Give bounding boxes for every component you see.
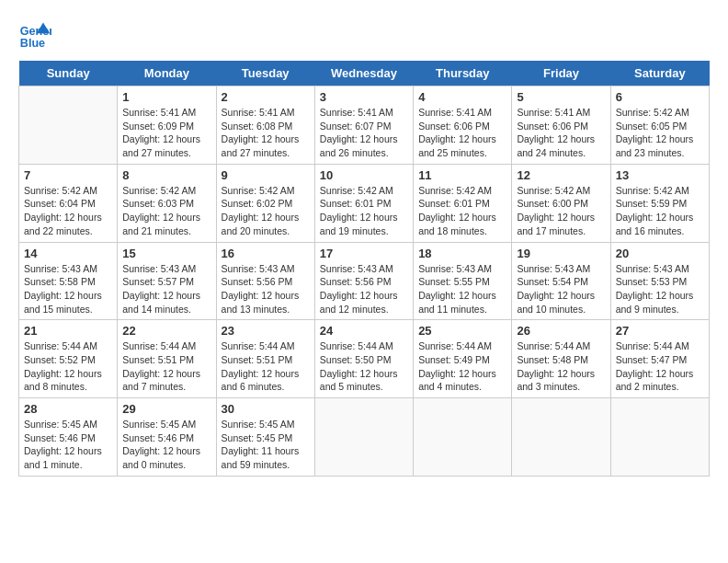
calendar-cell: 21Sunrise: 5:44 AM Sunset: 5:52 PM Dayli… [19, 320, 118, 398]
date-number: 7 [24, 168, 112, 182]
calendar-cell: 16Sunrise: 5:43 AM Sunset: 5:56 PM Dayli… [216, 242, 314, 320]
cell-info: Sunrise: 5:43 AM Sunset: 5:55 PM Dayligh… [418, 262, 506, 316]
cell-info: Sunrise: 5:45 AM Sunset: 5:45 PM Dayligh… [222, 418, 310, 472]
date-number: 2 [222, 90, 310, 104]
date-number: 12 [517, 168, 605, 182]
calendar-cell: 11Sunrise: 5:42 AM Sunset: 6:01 PM Dayli… [414, 164, 512, 242]
cell-info: Sunrise: 5:41 AM Sunset: 6:06 PM Dayligh… [517, 106, 605, 160]
cell-info: Sunrise: 5:41 AM Sunset: 6:07 PM Dayligh… [320, 106, 408, 160]
cell-info: Sunrise: 5:42 AM Sunset: 6:05 PM Dayligh… [616, 106, 704, 160]
cell-info: Sunrise: 5:44 AM Sunset: 5:51 PM Dayligh… [222, 339, 310, 394]
calendar-cell: 3Sunrise: 5:41 AM Sunset: 6:07 PM Daylig… [314, 86, 413, 165]
date-number: 4 [418, 90, 506, 104]
date-number: 5 [517, 90, 605, 104]
week-row-2: 7Sunrise: 5:42 AM Sunset: 6:04 PM Daylig… [19, 164, 710, 242]
cell-info: Sunrise: 5:44 AM Sunset: 5:48 PM Dayligh… [517, 339, 605, 394]
cell-info: Sunrise: 5:44 AM Sunset: 5:51 PM Dayligh… [122, 339, 210, 394]
calendar-cell: 23Sunrise: 5:44 AM Sunset: 5:51 PM Dayli… [216, 320, 314, 398]
svg-text:Blue: Blue [20, 37, 45, 50]
calendar-cell [512, 398, 610, 477]
cell-info: Sunrise: 5:44 AM Sunset: 5:50 PM Dayligh… [320, 339, 408, 394]
calendar-cell: 22Sunrise: 5:44 AM Sunset: 5:51 PM Dayli… [118, 320, 216, 398]
date-number: 14 [24, 247, 112, 260]
day-header-sunday: Sunday [19, 61, 118, 86]
date-number: 26 [517, 324, 605, 338]
cell-info: Sunrise: 5:42 AM Sunset: 6:03 PM Dayligh… [122, 184, 210, 238]
date-number: 28 [24, 402, 112, 416]
date-number: 29 [122, 402, 210, 416]
date-number: 3 [320, 90, 408, 104]
calendar-cell: 15Sunrise: 5:43 AM Sunset: 5:57 PM Dayli… [118, 242, 216, 320]
calendar-cell: 7Sunrise: 5:42 AM Sunset: 6:04 PM Daylig… [19, 164, 118, 242]
cell-info: Sunrise: 5:43 AM Sunset: 5:57 PM Dayligh… [122, 262, 210, 316]
date-number: 20 [616, 247, 704, 260]
date-number: 21 [24, 324, 112, 338]
date-number: 17 [320, 247, 408, 260]
week-row-3: 14Sunrise: 5:43 AM Sunset: 5:58 PM Dayli… [19, 242, 710, 320]
calendar-cell: 10Sunrise: 5:42 AM Sunset: 6:01 PM Dayli… [314, 164, 413, 242]
calendar-cell: 1Sunrise: 5:41 AM Sunset: 6:09 PM Daylig… [118, 86, 216, 165]
day-header-tuesday: Tuesday [216, 61, 314, 86]
cell-info: Sunrise: 5:41 AM Sunset: 6:09 PM Dayligh… [122, 106, 210, 160]
date-number: 8 [122, 168, 210, 182]
week-row-4: 21Sunrise: 5:44 AM Sunset: 5:52 PM Dayli… [19, 320, 710, 398]
calendar-cell: 26Sunrise: 5:44 AM Sunset: 5:48 PM Dayli… [512, 320, 610, 398]
cell-info: Sunrise: 5:42 AM Sunset: 6:00 PM Dayligh… [517, 184, 605, 238]
date-number: 10 [320, 168, 408, 182]
logo: General Blue [18, 18, 57, 52]
calendar-cell: 20Sunrise: 5:43 AM Sunset: 5:53 PM Dayli… [610, 242, 709, 320]
calendar-cell [610, 398, 709, 477]
calendar-cell: 9Sunrise: 5:42 AM Sunset: 6:02 PM Daylig… [216, 164, 314, 242]
week-row-1: 1Sunrise: 5:41 AM Sunset: 6:09 PM Daylig… [19, 86, 710, 165]
calendar-cell: 28Sunrise: 5:45 AM Sunset: 5:46 PM Dayli… [19, 398, 118, 477]
calendar-cell: 27Sunrise: 5:44 AM Sunset: 5:47 PM Dayli… [610, 320, 709, 398]
calendar-cell [414, 398, 512, 477]
date-number: 25 [418, 324, 506, 338]
calendar-cell [19, 86, 118, 165]
day-header-thursday: Thursday [414, 61, 512, 86]
cell-info: Sunrise: 5:44 AM Sunset: 5:52 PM Dayligh… [24, 339, 112, 394]
date-number: 16 [222, 247, 310, 260]
cell-info: Sunrise: 5:42 AM Sunset: 5:59 PM Dayligh… [616, 184, 704, 238]
page-header: General Blue [18, 18, 710, 52]
date-number: 18 [418, 247, 506, 260]
day-header-friday: Friday [512, 61, 610, 86]
date-number: 27 [616, 324, 704, 338]
cell-info: Sunrise: 5:42 AM Sunset: 6:02 PM Dayligh… [222, 184, 310, 238]
calendar-cell: 24Sunrise: 5:44 AM Sunset: 5:50 PM Dayli… [314, 320, 413, 398]
calendar-cell: 6Sunrise: 5:42 AM Sunset: 6:05 PM Daylig… [610, 86, 709, 165]
cell-info: Sunrise: 5:45 AM Sunset: 5:46 PM Dayligh… [24, 418, 112, 472]
calendar-cell: 2Sunrise: 5:41 AM Sunset: 6:08 PM Daylig… [216, 86, 314, 165]
logo-icon: General Blue [18, 18, 51, 52]
week-row-5: 28Sunrise: 5:45 AM Sunset: 5:46 PM Dayli… [19, 398, 710, 477]
cell-info: Sunrise: 5:41 AM Sunset: 6:06 PM Dayligh… [418, 106, 506, 160]
calendar-cell: 29Sunrise: 5:45 AM Sunset: 5:46 PM Dayli… [118, 398, 216, 477]
date-number: 22 [122, 324, 210, 338]
calendar-cell: 30Sunrise: 5:45 AM Sunset: 5:45 PM Dayli… [216, 398, 314, 477]
date-number: 15 [122, 247, 210, 260]
day-header-monday: Monday [118, 61, 216, 86]
calendar-table: SundayMondayTuesdayWednesdayThursdayFrid… [18, 61, 710, 477]
date-number: 13 [616, 168, 704, 182]
day-header-saturday: Saturday [610, 61, 709, 86]
calendar-cell: 17Sunrise: 5:43 AM Sunset: 5:56 PM Dayli… [314, 242, 413, 320]
cell-info: Sunrise: 5:42 AM Sunset: 6:01 PM Dayligh… [320, 184, 408, 238]
cell-info: Sunrise: 5:43 AM Sunset: 5:53 PM Dayligh… [616, 262, 704, 316]
cell-info: Sunrise: 5:42 AM Sunset: 6:01 PM Dayligh… [418, 184, 506, 238]
cell-info: Sunrise: 5:44 AM Sunset: 5:49 PM Dayligh… [418, 339, 506, 394]
calendar-cell: 8Sunrise: 5:42 AM Sunset: 6:03 PM Daylig… [118, 164, 216, 242]
cell-info: Sunrise: 5:43 AM Sunset: 5:58 PM Dayligh… [24, 262, 112, 316]
calendar-cell: 12Sunrise: 5:42 AM Sunset: 6:00 PM Dayli… [512, 164, 610, 242]
cell-info: Sunrise: 5:45 AM Sunset: 5:46 PM Dayligh… [122, 418, 210, 472]
cell-info: Sunrise: 5:43 AM Sunset: 5:54 PM Dayligh… [517, 262, 605, 316]
calendar-cell: 14Sunrise: 5:43 AM Sunset: 5:58 PM Dayli… [19, 242, 118, 320]
date-number: 23 [222, 324, 310, 338]
date-number: 30 [222, 402, 310, 416]
cell-info: Sunrise: 5:44 AM Sunset: 5:47 PM Dayligh… [616, 339, 704, 394]
day-header-row: SundayMondayTuesdayWednesdayThursdayFrid… [19, 61, 710, 86]
calendar-cell [314, 398, 413, 477]
cell-info: Sunrise: 5:43 AM Sunset: 5:56 PM Dayligh… [222, 262, 310, 316]
calendar-cell: 19Sunrise: 5:43 AM Sunset: 5:54 PM Dayli… [512, 242, 610, 320]
date-number: 24 [320, 324, 408, 338]
cell-info: Sunrise: 5:43 AM Sunset: 5:56 PM Dayligh… [320, 262, 408, 316]
